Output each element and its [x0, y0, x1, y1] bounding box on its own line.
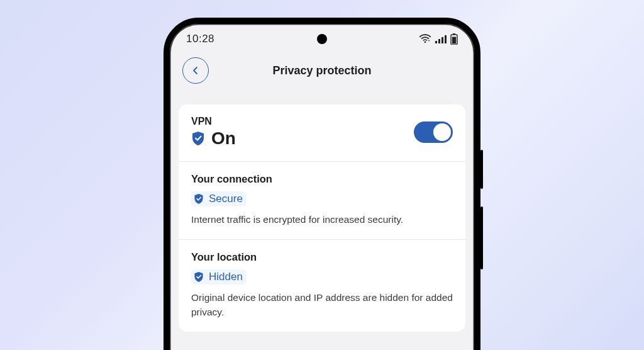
svg-rect-2	[438, 39, 440, 43]
vpn-toggle[interactable]	[414, 121, 453, 143]
svg-text:+: +	[428, 38, 430, 42]
connection-badge: Secure	[191, 191, 247, 206]
connection-desc: Internet traffic is encrypted for increa…	[191, 213, 453, 227]
connection-section: Your connection Secure Internet traffic …	[179, 161, 465, 239]
svg-rect-7	[452, 37, 456, 44]
connection-title: Your connection	[191, 173, 453, 185]
vpn-section: VPN On	[179, 104, 465, 161]
shield-check-icon	[194, 271, 204, 283]
status-icons: +	[419, 33, 458, 45]
status-bar: 10:28 +	[170, 24, 474, 54]
location-section: Your location Hidden Original device loc…	[179, 239, 465, 332]
shield-check-icon	[191, 131, 205, 146]
page-title: Privacy protection	[272, 64, 371, 77]
status-time: 10:28	[186, 33, 214, 45]
svg-rect-1	[435, 41, 437, 43]
battery-icon	[450, 33, 458, 45]
connection-badge-text: Secure	[209, 193, 243, 205]
svg-rect-3	[441, 37, 443, 43]
content: VPN On Your connec	[170, 87, 474, 332]
side-button[interactable]	[480, 150, 483, 189]
back-button[interactable]	[182, 57, 209, 84]
signal-icon	[435, 35, 447, 43]
wifi-icon: +	[419, 34, 431, 44]
location-desc: Original device location and IP address …	[191, 291, 453, 319]
settings-card: VPN On Your connec	[179, 104, 465, 332]
toggle-knob	[433, 123, 451, 141]
shield-check-icon	[194, 193, 204, 205]
location-badge: Hidden	[191, 269, 247, 285]
location-badge-text: Hidden	[209, 271, 243, 283]
nav-bar: Privacy protection	[170, 54, 474, 87]
side-button[interactable]	[480, 206, 483, 269]
location-title: Your location	[191, 251, 453, 263]
phone-frame: 10:28 + Privacy pro	[164, 18, 480, 350]
svg-rect-4	[445, 35, 447, 43]
vpn-status: On	[211, 128, 236, 149]
chevron-left-icon	[191, 66, 200, 75]
vpn-label: VPN	[191, 116, 236, 127]
camera-hole	[317, 34, 327, 44]
